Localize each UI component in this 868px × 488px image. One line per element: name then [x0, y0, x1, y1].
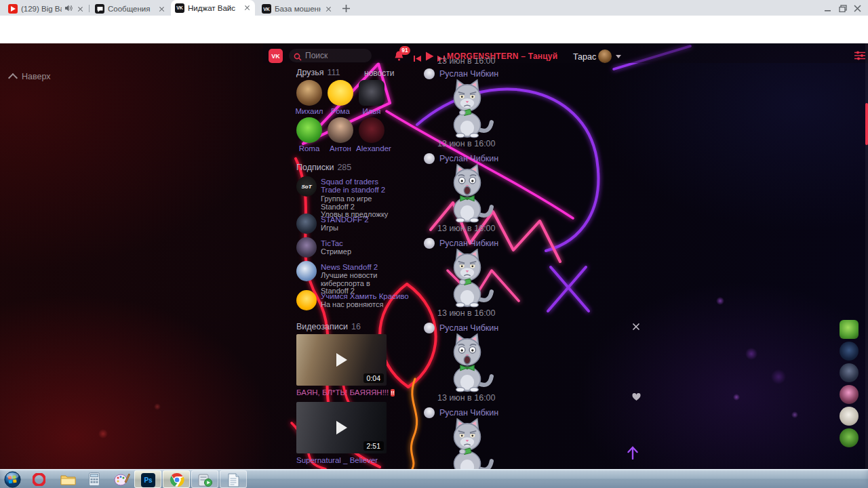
post-author-avatar[interactable]: [424, 407, 435, 418]
tab-vk-profile-active[interactable]: VK Ниджат Вайс: [171, 0, 255, 16]
group-title[interactable]: News Standoff 2: [321, 263, 390, 271]
video-title[interactable]: Supernatural _ Believer: [296, 456, 391, 464]
cat-sticker: [441, 248, 494, 308]
friend-avatar[interactable]: [359, 117, 384, 143]
friend-name[interactable]: Антон: [325, 144, 356, 152]
file-explorer-icon[interactable]: [60, 474, 76, 488]
video-card[interactable]: 2:51: [296, 402, 387, 453]
post-author-name[interactable]: Руслан Чибкин: [439, 408, 498, 418]
friend-avatar[interactable]: [296, 117, 322, 143]
tab-close-icon[interactable]: [324, 5, 332, 13]
header-user-name[interactable]: Тарас: [573, 52, 596, 62]
tab-vk-scammers[interactable]: VK База мошенников ВКонтакте Ка: [258, 2, 336, 16]
chat-head-avatar[interactable]: [840, 428, 859, 447]
friend-name[interactable]: Рома: [325, 107, 356, 115]
group-title[interactable]: Squad of traders Trade in standoff 2: [321, 178, 390, 194]
post-author-name[interactable]: Руслан Чибкин: [439, 323, 498, 333]
tab-close-icon[interactable]: [76, 5, 84, 13]
like-heart-icon[interactable]: [632, 392, 641, 404]
youtube-icon: [8, 4, 18, 14]
taskbar-photoshop-button[interactable]: Ps: [134, 470, 161, 488]
group-avatar[interactable]: SoT: [296, 176, 317, 197]
tab-youtube[interactable]: (129) Big Baby Tape - FAX | C: [4, 2, 88, 16]
close-icon[interactable]: [632, 321, 640, 333]
post-date: 13 июн в 16:00: [437, 56, 496, 66]
videos-section-header[interactable]: Видеозаписи16: [296, 322, 361, 331]
video-card[interactable]: 0:04: [296, 334, 387, 386]
group-avatar[interactable]: [296, 237, 317, 258]
friend-avatar[interactable]: [328, 80, 353, 106]
browser-tab-strip: (129) Big Baby Tape - FAX | C Сообщения …: [0, 0, 868, 16]
post-author-name[interactable]: Руслан Чибкин: [439, 154, 498, 163]
window-close-button[interactable]: [853, 3, 863, 10]
post-author-avatar[interactable]: [424, 238, 435, 249]
chat-head-avatar[interactable]: [840, 385, 859, 404]
paint-icon[interactable]: [114, 472, 130, 488]
post-author-name[interactable]: Руслан Чибкин: [439, 239, 498, 248]
tab-audio-icon[interactable]: [65, 5, 73, 13]
cat-sticker: [441, 163, 494, 223]
header-user-avatar[interactable]: [598, 49, 612, 63]
friend-avatar[interactable]: [296, 80, 322, 106]
page-scrollbar[interactable]: [865, 43, 868, 469]
tab-messages[interactable]: Сообщения: [91, 2, 170, 16]
window-restore-button[interactable]: [838, 3, 848, 10]
tab-title: Сообщения: [108, 5, 154, 13]
windows-taskbar: Ps RU 16:52 18.06.2020: [0, 469, 868, 488]
post-date: 13 июн в 16:00: [437, 393, 496, 403]
friend-name[interactable]: Roma: [294, 144, 325, 152]
group-title[interactable]: STANDOFF 2: [321, 216, 390, 224]
group-title[interactable]: Учимся Хамить Красиво: [321, 292, 390, 300]
messenger-icon: [95, 4, 104, 14]
calculator-icon[interactable]: [89, 472, 100, 488]
post-author-avatar[interactable]: [424, 323, 435, 333]
subscriptions-section-header[interactable]: Подписки285: [296, 163, 351, 172]
group-avatar[interactable]: [296, 290, 317, 310]
player-prev-icon[interactable]: [414, 53, 421, 65]
vk-page: VK Поиск 91 MORGENSHTERN – Танцуй Тарас …: [0, 43, 868, 469]
friend-name[interactable]: Alexander: [356, 144, 391, 152]
player-play-icon[interactable]: [425, 52, 434, 64]
post-date: 13 июн в 16:00: [437, 224, 496, 233]
cat-sticker: [441, 333, 494, 392]
opera-icon[interactable]: [33, 473, 45, 488]
video-duration: 0:04: [363, 373, 384, 383]
taskbar-chrome-button[interactable]: [163, 470, 190, 488]
chat-head-avatar[interactable]: [840, 407, 859, 426]
tab-close-icon[interactable]: [157, 5, 165, 13]
friend-name[interactable]: Михаил: [294, 107, 325, 115]
taskbar-notepad-button[interactable]: [220, 470, 247, 488]
friend-name[interactable]: Илья: [356, 107, 387, 115]
tab-close-icon[interactable]: [243, 4, 251, 12]
group-title[interactable]: TicTac: [321, 239, 390, 247]
chat-head-avatar[interactable]: [840, 320, 859, 339]
cat-sticker: [441, 418, 494, 469]
news-link[interactable]: новости: [364, 68, 394, 78]
group-avatar[interactable]: [296, 261, 317, 281]
friend-avatar[interactable]: [328, 117, 353, 143]
start-button[interactable]: [4, 471, 21, 488]
play-icon: [336, 421, 347, 434]
vk-logo[interactable]: VK: [269, 49, 283, 63]
post-author-avatar[interactable]: [424, 153, 435, 164]
chat-head-avatar[interactable]: [840, 363, 859, 382]
back-to-top-link[interactable]: Наверх: [9, 72, 51, 81]
scrollbar-thumb[interactable]: [865, 103, 868, 145]
notification-badge: 91: [399, 46, 410, 55]
chevron-down-icon[interactable]: [616, 55, 621, 58]
post-author-avatar[interactable]: [424, 68, 435, 79]
scroll-up-arrow-icon[interactable]: [627, 446, 639, 462]
new-tab-button[interactable]: [342, 3, 351, 16]
taskbar-media-app-button[interactable]: [191, 470, 218, 488]
window-minimize-button[interactable]: [823, 3, 833, 10]
vk-icon: VK: [175, 3, 184, 13]
friend-avatar[interactable]: [359, 80, 384, 106]
screen: (129) Big Baby Tape - FAX | C Сообщения …: [0, 0, 868, 488]
post-author-name[interactable]: Руслан Чибкин: [439, 69, 498, 79]
chat-head-avatar[interactable]: [840, 342, 859, 361]
video-title[interactable]: БАЯН, БЛ*ТЬ! БАЯЯЯН!!! !!: [296, 388, 391, 396]
tab-title: Ниджат Вайс: [188, 4, 239, 12]
equalizer-icon[interactable]: [854, 51, 865, 63]
group-avatar[interactable]: [296, 214, 317, 234]
friends-section-header[interactable]: Друзья111: [296, 68, 340, 77]
